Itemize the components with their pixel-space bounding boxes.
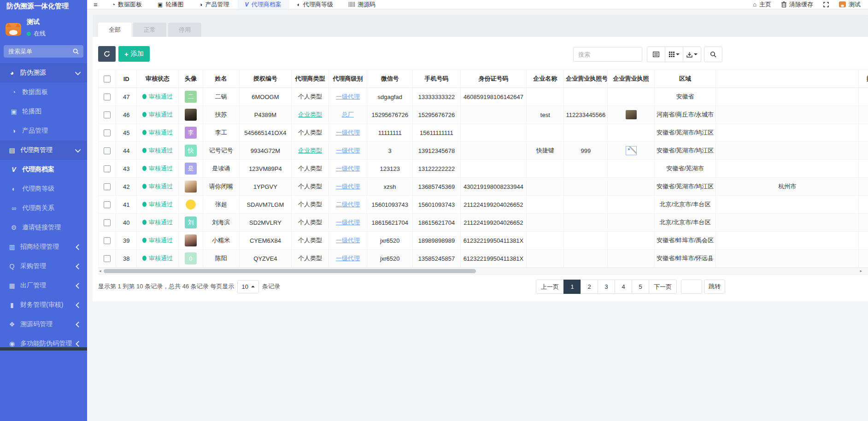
agent-level-link[interactable]: 一级代理 bbox=[336, 237, 360, 244]
table-row: 39审核通过小糯米CYEM6X84个人类型一级代理jxr652018989898… bbox=[99, 232, 868, 250]
cell-avatar: 二 bbox=[179, 88, 203, 106]
cell-region: 安徽省/蚌埠市/禹会区 bbox=[654, 232, 716, 250]
row-checkbox[interactable] bbox=[104, 237, 111, 244]
nav-tab-数据面板[interactable]: ◔数据面板 bbox=[104, 0, 150, 9]
cell-name: 李工 bbox=[203, 124, 239, 142]
advanced-search-button[interactable] bbox=[704, 47, 722, 62]
scroll-left-icon[interactable]: ◂ bbox=[99, 268, 101, 274]
droplet-icon: ◕ bbox=[7, 69, 17, 76]
menu-toggle-icon[interactable]: ≡ bbox=[87, 0, 104, 9]
sidebar-item-代理商管理[interactable]: ▤代理商管理 bbox=[0, 140, 87, 160]
sidebar-item-财务管理(审核)[interactable]: ▮财务管理(审核) bbox=[0, 295, 87, 315]
sidebar-item-溯源码管理[interactable]: ❖溯源码管理 bbox=[0, 315, 87, 334]
row-checkbox[interactable] bbox=[104, 94, 111, 100]
status-badge: 审核通过 bbox=[149, 129, 173, 136]
sidebar-item-产品管理[interactable]: ◑产品管理 bbox=[0, 121, 87, 140]
sidebar-search-input[interactable]: 搜索菜单 bbox=[4, 45, 83, 58]
cell-avatar bbox=[179, 106, 203, 124]
sidebar-item-采购管理[interactable]: Q采购管理 bbox=[0, 257, 87, 276]
row-checkbox[interactable] bbox=[104, 129, 111, 136]
nav-tab-溯源码[interactable]: 溯源码 bbox=[341, 0, 383, 9]
cell-agent_level: 一级代理 bbox=[329, 178, 367, 196]
sidebar-item-防伪溯源[interactable]: ◕防伪溯源 bbox=[0, 63, 87, 82]
add-button[interactable]: + 添加 bbox=[118, 46, 150, 62]
agent-level-link[interactable]: 一级代理 bbox=[336, 147, 360, 154]
scrollbar-thumb[interactable] bbox=[104, 269, 476, 273]
clear-cache-button[interactable]: 清除缓存 bbox=[781, 0, 813, 9]
page-button-2[interactable]: 2 bbox=[581, 280, 598, 294]
agent-level-link[interactable]: 一级代理 bbox=[336, 255, 360, 262]
cell-phone: 13122222222 bbox=[413, 160, 460, 178]
cell-status: 审核通过 bbox=[137, 88, 179, 106]
nav-tab-轮播图[interactable]: ▣轮播图 bbox=[150, 0, 191, 9]
detail-view-button[interactable] bbox=[647, 47, 665, 62]
sidebar-item-招商经理管理[interactable]: ▥招商经理管理 bbox=[0, 237, 87, 257]
cell-region: 安徽省/芜湖市/鸠江区 bbox=[654, 142, 716, 160]
agent-type-link[interactable]: 企业类型 bbox=[298, 147, 322, 154]
page-button-1[interactable]: 1 bbox=[563, 280, 581, 294]
column-header-id: ID bbox=[116, 70, 137, 88]
nav-tab-代理商档案[interactable]: V代理商档案 bbox=[237, 0, 289, 9]
agent-level-link[interactable]: 一级代理 bbox=[336, 165, 360, 172]
horizontal-scrollbar[interactable]: ◂ ▸ bbox=[98, 268, 868, 275]
refresh-button[interactable] bbox=[98, 46, 116, 62]
select-all-checkbox[interactable] bbox=[104, 76, 111, 82]
agent-type-link[interactable]: 企业类型 bbox=[298, 111, 322, 118]
cell-license_no bbox=[564, 88, 608, 106]
cell-wechat: 3 bbox=[367, 142, 413, 160]
row-checkbox[interactable] bbox=[104, 111, 111, 118]
page-button-3[interactable]: 3 bbox=[598, 280, 615, 294]
nav-tab-产品管理[interactable]: ◑产品管理 bbox=[191, 0, 237, 9]
sidebar-item-label: 溯源码管理 bbox=[20, 320, 53, 328]
jump-button[interactable]: 跳转 bbox=[704, 280, 725, 294]
page-button-4[interactable]: 4 bbox=[615, 280, 632, 294]
next-page-button[interactable]: 下一页 bbox=[649, 280, 677, 294]
column-header-address bbox=[716, 70, 859, 88]
user-avatar[interactable] bbox=[6, 23, 21, 36]
scroll-right-icon[interactable]: ▸ bbox=[860, 268, 862, 274]
sidebar-item-label: 代理商管理 bbox=[20, 146, 53, 154]
filter-tab-停用[interactable]: 停用 bbox=[168, 23, 201, 37]
home-button[interactable]: ⌂ 主页 bbox=[753, 0, 771, 9]
row-checkbox[interactable] bbox=[104, 147, 111, 154]
filter-tab-正常[interactable]: 正常 bbox=[133, 23, 166, 37]
sidebar-item-出厂管理[interactable]: ▦出厂管理 bbox=[0, 276, 87, 295]
agent-level-link[interactable]: 一级代理 bbox=[336, 129, 360, 136]
sidebar-item-代理商等级[interactable]: ◐代理商等级 bbox=[0, 179, 87, 199]
filter-tab-全部[interactable]: 全部 bbox=[98, 23, 131, 37]
columns-button[interactable] bbox=[665, 47, 683, 62]
sidebar-item-邀请链接管理[interactable]: ⚙邀请链接管理 bbox=[0, 218, 87, 237]
row-checkbox[interactable] bbox=[104, 183, 111, 190]
row-checkbox[interactable] bbox=[104, 219, 111, 226]
nav-tab-label: 溯源码 bbox=[358, 0, 375, 9]
page-size-select[interactable]: 10 bbox=[237, 280, 258, 293]
license-image[interactable] bbox=[626, 110, 637, 119]
sidebar-item-label: 多功能防伪码管理 bbox=[20, 339, 72, 348]
avatar-photo bbox=[185, 109, 197, 121]
sidebar-item-轮播图[interactable]: ▣轮播图 bbox=[0, 102, 87, 121]
page-button-5[interactable]: 5 bbox=[632, 280, 649, 294]
search-icon bbox=[73, 48, 79, 54]
row-checkbox[interactable] bbox=[104, 255, 111, 262]
sidebar-item-数据面板[interactable]: ◔数据面板 bbox=[0, 82, 87, 102]
agent-level-link[interactable]: 二级代理 bbox=[336, 201, 360, 208]
table-search-input[interactable] bbox=[573, 47, 642, 62]
fullscreen-button[interactable] bbox=[823, 2, 829, 7]
sidebar-item-代理商关系[interactable]: ∞代理商关系 bbox=[0, 199, 87, 218]
row-checkbox[interactable] bbox=[104, 165, 111, 172]
agent-level-link[interactable]: 一级代理 bbox=[336, 93, 360, 100]
prev-page-button[interactable]: 上一页 bbox=[536, 280, 564, 294]
agent-level-link[interactable]: 一级代理 bbox=[336, 183, 360, 190]
agent-level-link[interactable]: 一级代理 bbox=[336, 219, 360, 226]
column-header-checkbox[interactable] bbox=[99, 70, 116, 88]
nav-tab-代理商等级[interactable]: ◐代理商等级 bbox=[289, 0, 341, 9]
sidebar-item-代理商档案[interactable]: V代理商档案 bbox=[0, 160, 87, 179]
row-checkbox[interactable] bbox=[104, 201, 111, 208]
jump-page-input[interactable] bbox=[681, 280, 702, 294]
panel-tabs-strip: 全部正常停用 bbox=[93, 15, 868, 37]
grid-icon bbox=[669, 52, 674, 57]
export-button[interactable] bbox=[683, 47, 701, 62]
agent-level-link[interactable]: 总厂 bbox=[342, 111, 354, 118]
navbar-user[interactable]: 测试 bbox=[839, 0, 861, 9]
cell-status: 审核通过 bbox=[137, 142, 179, 160]
